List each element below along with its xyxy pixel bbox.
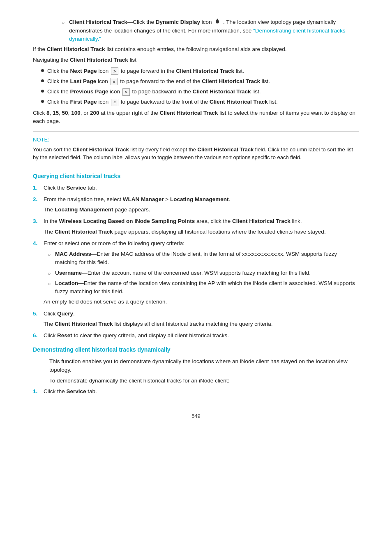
sub-bullet-icon: ○: [62, 19, 66, 26]
prev-page-icon: <: [122, 88, 130, 96]
nav-bullet-list: Click the Next Page icon > to page forwa…: [41, 67, 359, 107]
page-size-para: Click 8, 15, 50, 100, or 200 at the uppe…: [33, 109, 359, 126]
text-before-icon: —Click the: [127, 19, 156, 25]
note-box: NOTE: You can sort the Client Historical…: [33, 131, 359, 166]
criteria-location-text: Location—Enter the name of the location …: [55, 279, 359, 296]
step-2-content: From the navigation tree, select WLAN Ma…: [44, 195, 359, 214]
step-2-locating: Locating Management: [170, 196, 229, 202]
step-3: 3. In the Wireless Locating Based on iNo…: [33, 217, 359, 236]
step-5-content: Click Query. The Client Historical Track…: [44, 310, 359, 329]
query-criteria-list: ○ MAC Address—Enter the MAC address of t…: [48, 250, 359, 296]
step-6-content: Click Reset to clear the query criteria,…: [44, 331, 359, 340]
nav-item-first-text: Click the First Page icon « to page back…: [47, 98, 278, 106]
nav-item-first: Click the First Page icon « to page back…: [41, 98, 359, 106]
step-5: 5. Click Query. The Client Historical Tr…: [33, 310, 359, 329]
querying-steps-list: 1. Click the Service tab. 2. From the na…: [33, 184, 359, 340]
nav-title-pre: Navigating the: [33, 57, 70, 63]
svg-point-0: [216, 20, 219, 23]
nav-item-last: Click the Last Page icon » to page forwa…: [41, 77, 359, 86]
step-3-sub-bold: Client Historical Track: [55, 229, 113, 235]
step-6-num: 6.: [33, 331, 42, 340]
step-2: 2. From the navigation tree, select WLAN…: [33, 195, 359, 214]
nav-item-prev-text: Click the Previous Page icon < to page b…: [47, 88, 261, 96]
step-5-query: Query: [57, 311, 73, 317]
last-page-icon: »: [111, 78, 118, 85]
username-label: Username: [55, 270, 82, 276]
step-1-content: Click the Service tab.: [44, 184, 359, 192]
nav-intro-text: If the: [33, 46, 47, 52]
mac-label: MAC Address: [55, 251, 91, 257]
criteria-username: ○ Username—Enter the account name of the…: [48, 269, 359, 277]
step-2-sub: The Locating Management page appears.: [44, 206, 359, 214]
nav-title-post: list: [128, 57, 136, 63]
bullet-dot-4: [41, 100, 44, 103]
page-size-100: 100: [71, 110, 81, 116]
client-historical-track-label: Client Historical Track: [69, 19, 127, 25]
bullet-text: Client Historical Track—Click the Dynami…: [69, 18, 359, 43]
page-size-50: 50: [62, 110, 68, 116]
step-4: 4. Enter or select one or more of the fo…: [33, 239, 359, 306]
nav-intro-bold: Client Historical Track: [47, 46, 105, 52]
step-6-reset: Reset: [57, 332, 72, 338]
note-label: NOTE:: [33, 136, 359, 144]
nav-item-next-text: Click the Next Page icon > to page forwa…: [47, 67, 244, 75]
next-page-icon: >: [111, 67, 118, 75]
criteria-location: ○ Location—Enter the name of the locatio…: [48, 279, 359, 296]
criteria-mac-text: MAC Address—Enter the MAC address of the…: [55, 250, 359, 267]
nav-intro-para: If the Client Historical Track list cont…: [33, 45, 359, 53]
demo-step-1-service: Service: [67, 388, 86, 394]
criteria-mac: ○ MAC Address—Enter the MAC address of t…: [48, 250, 359, 267]
cht-label-3: Client Historical Track: [193, 88, 251, 95]
page-size-numbers: 8: [46, 110, 50, 116]
demo-step-1: 1. Click the Service tab.: [33, 387, 359, 396]
prev-page-label: Previous Page: [70, 88, 108, 95]
demonstrating-para1: This function enables you to demonstrate…: [49, 357, 359, 374]
step-3-area: Wireless Locating Based on iNode Samplin…: [59, 218, 195, 224]
nav-item-prev: Click the Previous Page icon < to page b…: [41, 88, 359, 96]
step-4-num: 4.: [33, 239, 42, 248]
bullet-dot-3: [41, 90, 44, 93]
step-1-num: 1.: [33, 184, 42, 192]
next-page-label: Next Page: [70, 68, 97, 74]
dynamic-display-icon: [214, 18, 220, 26]
demonstrating-steps-list: 1. Click the Service tab.: [33, 387, 359, 396]
step-2-wlan: WLAN Manager: [123, 196, 164, 202]
nav-item-last-text: Click the Last Page icon » to page forwa…: [47, 77, 270, 86]
step-4-footer: An empty field does not serve as a query…: [44, 298, 359, 306]
demonstrating-content: This function enables you to demonstrate…: [49, 357, 359, 385]
step-2-sub-bold: Locating Management: [55, 206, 113, 213]
cht-label-5: Client Historical Track: [160, 110, 218, 116]
step-3-cht-link: Client Historical Track: [232, 218, 291, 224]
svg-marker-1: [216, 19, 219, 21]
nav-item-next: Click the Next Page icon > to page forwa…: [41, 67, 359, 75]
page-size-200: 200: [90, 110, 99, 116]
location-label: Location: [55, 280, 78, 286]
first-page-icon: «: [111, 99, 118, 106]
criteria-username-text: Username—Enter the account name of the c…: [55, 269, 311, 277]
sub-bullet-mac: ○: [48, 251, 52, 258]
page-number: 549: [33, 412, 359, 420]
nav-title-para: Navigating the Client Historical Track l…: [33, 56, 359, 64]
page-size-15: 15: [53, 110, 59, 116]
page-container: ○ Client Historical Track—Click the Dyna…: [0, 0, 392, 533]
note-cht-2: Client Historical Track: [198, 146, 254, 153]
nav-title-bold: Client Historical Track: [70, 57, 128, 63]
step-5-num: 5.: [33, 310, 42, 318]
intro-section: ○ Client Historical Track—Click the Dyna…: [49, 18, 359, 43]
cht-label-1: Client Historical Track: [176, 68, 234, 74]
client-historical-track-bullet: ○ Client Historical Track—Click the Dyna…: [62, 18, 359, 43]
step-2-num: 2.: [33, 195, 42, 204]
sub-bullet-username: ○: [48, 270, 52, 277]
step-5-sub-bold: Client Historical Track: [55, 321, 113, 327]
bullet-dot-2: [41, 79, 44, 82]
step-5-sub: The Client Historical Track list display…: [44, 320, 359, 328]
step-6: 6. Click Reset to clear the query criter…: [33, 331, 359, 340]
demo-step-1-content: Click the Service tab.: [44, 387, 359, 396]
step-1: 1. Click the Service tab.: [33, 184, 359, 192]
cht-label-2: Client Historical Track: [202, 78, 260, 84]
dynamic-display-label: Dynamic Display: [156, 19, 200, 25]
bullet-dot-1: [41, 69, 44, 72]
demonstrating-heading: Demonstrating client historical tracks d…: [33, 345, 359, 354]
querying-heading: Querying client historical tracks: [33, 172, 359, 181]
step-3-sub: The Client Historical Track page appears…: [44, 228, 359, 236]
